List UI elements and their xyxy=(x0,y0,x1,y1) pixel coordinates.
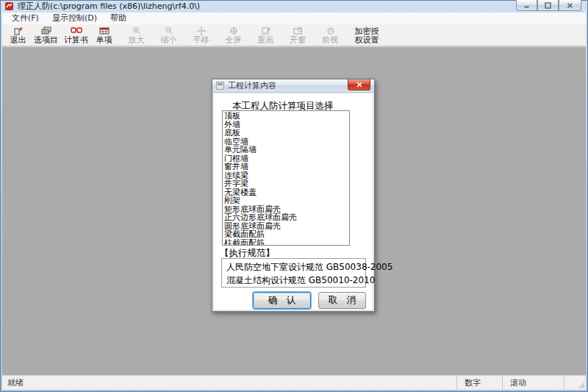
list-item[interactable]: 无梁楼盖 xyxy=(223,188,349,197)
minimize-button[interactable] xyxy=(516,0,537,11)
toolbar-button-label: 单项 xyxy=(96,36,112,44)
toolbar-button-calc-book[interactable]: 计算书 xyxy=(61,24,91,46)
status-ready-text: 就绪 xyxy=(2,377,24,388)
dialog-titlebar[interactable]: 工程计算内容 xyxy=(212,79,374,93)
app-icon xyxy=(4,1,14,11)
full-screen-icon xyxy=(229,26,238,35)
toolbar-button-full-screen[interactable]: 全屏 xyxy=(220,24,246,46)
status-num-pane: 数字 xyxy=(456,376,502,390)
toolbar-button-zoom-in[interactable]: 放大 xyxy=(123,24,149,46)
dialog-close-button[interactable] xyxy=(348,79,370,90)
window-controls xyxy=(516,0,581,11)
dialog-icon xyxy=(216,82,224,90)
toolbar-button-exit[interactable]: 退出 xyxy=(5,24,31,46)
toolbar-button-label: 退出 xyxy=(10,36,26,44)
cancel-button[interactable]: 取 消 xyxy=(318,292,366,309)
toolbar-button-label: 缩小 xyxy=(161,36,177,44)
close-button[interactable] xyxy=(559,0,581,11)
pan-icon xyxy=(197,26,206,35)
spec-box: 人民防空地下室设计规范 GB50038-2005 混凝土结构设计规范 GB500… xyxy=(221,258,366,288)
menu-bar: 文件(F) 显示控制(D) 帮助 xyxy=(2,13,586,24)
list-item[interactable]: 窗井墙 xyxy=(223,163,349,171)
minimize-icon xyxy=(523,2,530,9)
single-item-icon xyxy=(99,26,110,35)
toolbar-button-label: 平移 xyxy=(193,36,209,44)
toolbar-button-label: 重画 xyxy=(258,36,274,44)
toolbar-button-license-settings[interactable]: 加密授权设置 xyxy=(351,24,383,46)
dialog-body: 本工程人防计算项目选择 顶板 外墙 底板 临空墙 单元隔墙 门框墙 窗井墙 连续… xyxy=(214,93,373,310)
resize-grip[interactable] xyxy=(577,381,585,389)
zoom-out-icon xyxy=(165,26,173,35)
menu-display-control[interactable]: 显示控制(D) xyxy=(46,12,104,24)
select-project-icon xyxy=(41,26,51,35)
toolbar-button-redraw[interactable]: 重画 xyxy=(253,24,279,46)
maximize-button[interactable] xyxy=(537,0,559,11)
front-view-icon xyxy=(326,26,335,35)
redraw-icon xyxy=(262,26,270,35)
list-item[interactable]: 外墙 xyxy=(223,121,349,129)
window-titlebar[interactable]: 理正人防(c:\program files (x86)\lizheng\rf4.… xyxy=(0,0,588,13)
confirm-button[interactable]: 确 认 xyxy=(253,292,311,309)
list-item[interactable]: 底板 xyxy=(223,129,349,138)
status-scroll-pane: 滚动 xyxy=(502,376,564,390)
dialog-close-icon xyxy=(356,82,362,88)
calculation-items-listbox[interactable]: 顶板 外墙 底板 临空墙 单元隔墙 门框墙 窗井墙 连续梁 井字梁 无梁楼盖 刚… xyxy=(222,110,350,246)
menu-help[interactable]: 帮助 xyxy=(104,12,133,24)
toolbar-button-label: 加密授权设置 xyxy=(354,27,380,45)
calculation-book-icon xyxy=(71,26,82,35)
exit-icon xyxy=(13,26,24,35)
list-item[interactable]: 井字梁 xyxy=(223,179,349,188)
list-item[interactable]: 刚架 xyxy=(223,196,349,205)
menu-file[interactable]: 文件(F) xyxy=(5,12,46,24)
list-item[interactable]: 柱截面配筋 xyxy=(223,239,349,246)
status-bar: 就绪 数字 滚动 xyxy=(2,375,586,390)
spec-line: 混凝土结构设计规范 GB50010-2010 xyxy=(226,274,365,287)
close-icon xyxy=(567,2,573,9)
zoom-in-icon xyxy=(132,26,141,35)
spec-line: 人民防空地下室设计规范 GB50038-2005 xyxy=(226,260,365,274)
window-title: 理正人防(c:\program files (x86)\lizheng\rf4.… xyxy=(18,1,200,12)
toolbar-button-label: 放大 xyxy=(129,36,145,44)
list-item[interactable]: 顶板 xyxy=(223,112,349,121)
toolbar-button-open-window[interactable]: 开窗 xyxy=(285,24,311,46)
toolbar-button-label: 全屏 xyxy=(226,36,242,44)
toolbar-button-label: 计算书 xyxy=(64,36,88,44)
toolbar-button-select-project[interactable]: 选项目 xyxy=(31,24,61,46)
list-item[interactable]: 梁截面配筋 xyxy=(223,230,349,239)
toolbar-button-label: 前视 xyxy=(323,36,339,44)
maximize-icon xyxy=(545,2,551,9)
toolbar-button-front-view[interactable]: 前视 xyxy=(318,24,343,46)
dialog-title: 工程计算内容 xyxy=(228,80,276,91)
toolbar-button-label: 选项目 xyxy=(34,36,58,44)
app-window: 理正人防(c:\program files (x86)\lizheng\rf4.… xyxy=(0,0,588,392)
toolbar-button-pan[interactable]: 平移 xyxy=(188,24,214,46)
calculation-content-dialog: 工程计算内容 本工程人防计算项目选择 顶板 外墙 底板 临空墙 单元隔墙 门框墙… xyxy=(212,79,375,312)
list-item[interactable]: 正六边形底球面扁壳 xyxy=(223,213,349,222)
toolbar-button-label: 开窗 xyxy=(290,36,306,44)
status-end-pane xyxy=(564,376,586,390)
list-item[interactable]: 单元隔墙 xyxy=(223,146,349,154)
toolbar-button-zoom-out[interactable]: 缩小 xyxy=(156,24,182,46)
open-window-icon xyxy=(293,26,303,35)
toolbar-button-single-item[interactable]: 单项 xyxy=(91,24,117,46)
toolbar: 退出 选项目 计算书 xyxy=(2,24,586,46)
